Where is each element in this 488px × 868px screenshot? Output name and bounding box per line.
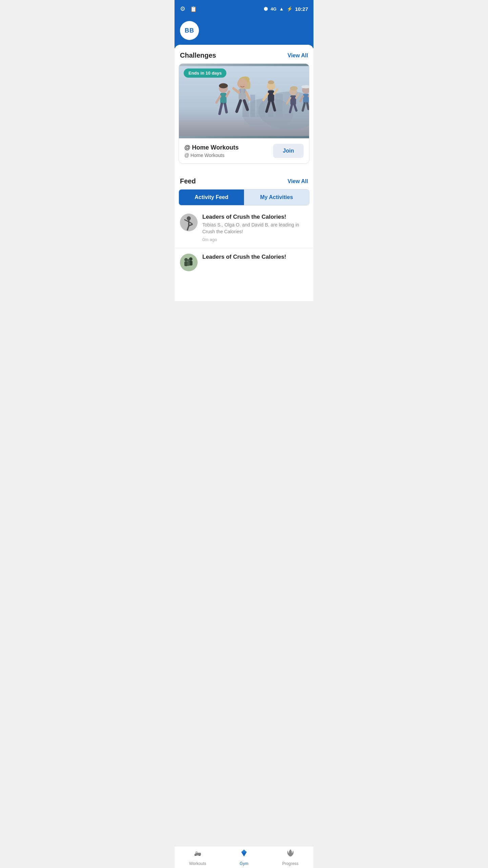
feed-title: Feed — [180, 177, 196, 185]
challenges-view-all[interactable]: View All — [288, 53, 308, 59]
feed-item-content-2: Leaders of Crush the Calories! — [202, 254, 286, 262]
feed-item-time-1: 0m ago — [202, 237, 217, 242]
main-content: Challenges View All — [175, 45, 313, 301]
nav-item-workouts[interactable]: Workouts — [175, 846, 221, 868]
nav-item-progress[interactable]: Progress — [267, 846, 313, 868]
svg-point-63 — [195, 855, 197, 856]
svg-point-64 — [199, 855, 201, 856]
challenge-card: Ends in 10 days @ Home Workouts @ Home W… — [179, 63, 309, 164]
workouts-icon — [193, 848, 202, 860]
settings-icon[interactable]: ⚙ — [180, 5, 185, 13]
feed-tabs: Activity Feed My Activities — [179, 189, 309, 205]
signal-bars-icon: ▲ — [279, 6, 284, 12]
group-avatar-svg — [180, 254, 198, 271]
challenges-header: Challenges View All — [175, 45, 313, 63]
challenge-subtitle: @ Home Workouts — [184, 153, 239, 158]
status-bar: ⚙ 📋 ⬢ 4G ▲ ⚡ 10:27 — [175, 0, 313, 17]
feed-item-avatar-2 — [180, 254, 198, 271]
challenge-badge: Ends in 10 days — [184, 68, 226, 78]
challenges-title: Challenges — [180, 52, 216, 59]
join-button[interactable]: Join — [273, 144, 304, 158]
feed-item-title-2: Leaders of Crush the Calories! — [202, 254, 286, 260]
tab-my-activities-label: My Activities — [260, 194, 293, 200]
time-display: 10:27 — [295, 6, 308, 12]
svg-point-61 — [187, 259, 190, 262]
nav-progress-label: Progress — [282, 861, 299, 866]
status-left-icons: ⚙ 📋 — [180, 5, 197, 13]
feed-item-content-1: Leaders of Crush the Calories! Tobias S.… — [202, 214, 308, 242]
svg-rect-62 — [187, 262, 190, 266]
user-initials: BB — [185, 27, 194, 34]
feed-item-title-1: Leaders of Crush the Calories! — [202, 214, 308, 220]
status-right-icons: ⬢ 4G ▲ ⚡ 10:27 — [264, 6, 308, 12]
tab-activity-feed-label: Activity Feed — [195, 194, 228, 200]
nav-workouts-label: Workouts — [189, 861, 206, 866]
nav-item-gym[interactable]: Gym — [221, 846, 267, 868]
user-avatar[interactable]: BB — [180, 21, 199, 40]
battery-icon: ⚡ — [287, 6, 292, 12]
tab-my-activities[interactable]: My Activities — [244, 190, 309, 205]
progress-icon — [286, 848, 295, 860]
challenge-title: @ Home Workouts — [184, 144, 239, 151]
feed-item-2: Leaders of Crush the Calories! — [175, 248, 313, 274]
feed-item-avatar-1 — [180, 214, 198, 231]
nav-gym-label: Gym — [240, 861, 248, 866]
feed-header: Feed View All — [175, 171, 313, 189]
gym-icon — [239, 848, 249, 860]
app-bar: BB — [175, 17, 313, 48]
challenge-text: @ Home Workouts @ Home Workouts — [184, 144, 239, 158]
signal-label: 4G — [270, 6, 276, 12]
clipboard-icon[interactable]: 📋 — [190, 6, 197, 12]
challenge-info: @ Home Workouts @ Home Workouts Join — [179, 138, 309, 163]
tab-activity-feed[interactable]: Activity Feed — [179, 190, 244, 205]
challenge-image: Ends in 10 days — [179, 64, 309, 138]
feed-items: Leaders of Crush the Calories! Tobias S.… — [175, 208, 313, 274]
yoga-avatar-svg — [180, 214, 198, 231]
bottom-navigation: Workouts Gym Progress — [175, 846, 313, 868]
feed-item: Leaders of Crush the Calories! Tobias S.… — [175, 208, 313, 248]
feed-item-body-1: Tobias S., Olga O. and David B. are lead… — [202, 222, 308, 235]
feed-view-all[interactable]: View All — [288, 178, 308, 184]
feed-section: Feed View All Activity Feed My Activitie… — [175, 171, 313, 274]
bluetooth-icon: ⬢ — [264, 6, 268, 12]
